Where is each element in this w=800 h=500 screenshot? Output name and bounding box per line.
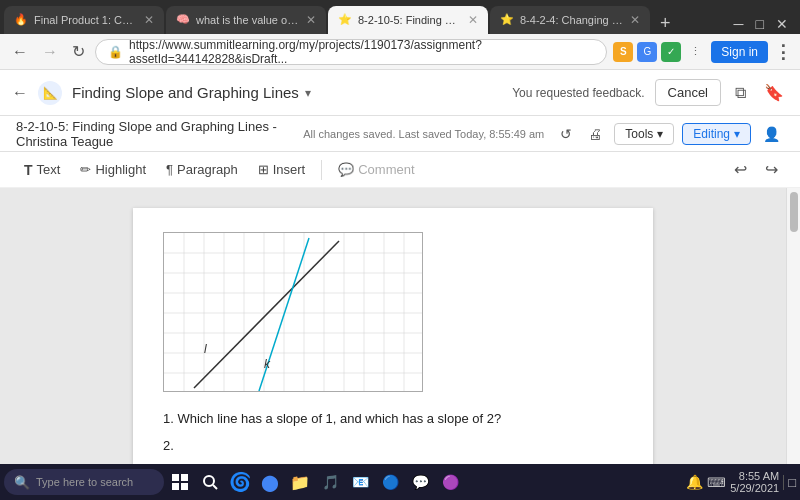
toolbar-separator <box>321 160 322 180</box>
undo-button[interactable]: ↩ <box>728 158 753 181</box>
taskbar-show-desktop[interactable]: □ <box>783 475 796 490</box>
tab-1[interactable]: 🔥 Final Product 1: Competing Vie... ✕ <box>4 6 164 34</box>
text-tool-label: Text <box>37 162 61 177</box>
taskbar-app-5[interactable]: 🟣 <box>436 468 464 496</box>
taskbar-right: 🔔 ⌨ 8:55 AM 5/29/2021 □ <box>686 470 796 494</box>
new-tab-button[interactable]: + <box>652 13 679 34</box>
back-nav-button[interactable]: ← <box>8 41 32 63</box>
comment-tool-icon: 💬 <box>338 162 354 177</box>
close-window-button[interactable]: ✕ <box>772 14 792 34</box>
editing-arrow-icon: ▾ <box>734 127 740 141</box>
editing-label: Editing <box>693 127 730 141</box>
tab-2-favicon: 🧠 <box>176 13 190 27</box>
sidebar-right <box>786 188 800 500</box>
taskbar-app-1[interactable]: 🎵 <box>316 468 344 496</box>
scroll-indicator[interactable] <box>790 192 798 232</box>
cancel-button[interactable]: Cancel <box>655 79 721 106</box>
tab-2-close[interactable]: ✕ <box>306 13 316 27</box>
highlight-tool-label: Highlight <box>95 162 146 177</box>
tab-1-title: Final Product 1: Competing Vie... <box>34 14 138 26</box>
highlight-tool[interactable]: ✏ Highlight <box>72 158 154 181</box>
taskbar-chrome-icon[interactable]: ⬤ <box>256 468 284 496</box>
taskbar-cortana-button[interactable]: 🌀 <box>226 468 254 496</box>
tab-4-favicon: ⭐ <box>500 13 514 27</box>
tab-3-favicon: ⭐ <box>338 13 352 27</box>
comment-tool-label: Comment <box>358 162 414 177</box>
save-status: All changes saved. Last saved Today, 8:5… <box>303 128 544 140</box>
svg-rect-26 <box>181 483 188 490</box>
print-button[interactable]: 🖨 <box>584 122 606 146</box>
tab-1-favicon: 🔥 <box>14 13 28 27</box>
graph-container: l k <box>163 232 623 395</box>
user-profile-button[interactable]: 👤 <box>759 122 784 146</box>
summit-logo-icon: 📐 <box>43 86 58 100</box>
taskbar-app-2[interactable]: 📧 <box>346 468 374 496</box>
question-1: 1. Which line has a slope of 1, and whic… <box>163 407 623 430</box>
tab-3[interactable]: ⭐ 8-2-10-5: Finding Slope and Gra... ✕ <box>328 6 488 34</box>
minimize-button[interactable]: ─ <box>730 14 748 34</box>
doc-title-area: Finding Slope and Graphing Lines ▾ <box>72 84 311 101</box>
insert-tool[interactable]: ⊞ Insert <box>250 158 314 181</box>
ext-icon-4[interactable]: ⋮ <box>685 42 705 62</box>
bookmark-button[interactable]: 🔖 <box>760 79 788 106</box>
url-text: https://www.summitlearning.org/my/projec… <box>129 38 594 66</box>
insert-tool-label: Insert <box>273 162 306 177</box>
app-header: ← 📐 Finding Slope and Graphing Lines ▾ Y… <box>0 70 800 116</box>
svg-rect-24 <box>181 474 188 481</box>
editing-button[interactable]: Editing ▾ <box>682 123 751 145</box>
tab-bar: 🔥 Final Product 1: Competing Vie... ✕ 🧠 … <box>0 0 800 34</box>
question-1-num: 1. <box>163 411 174 426</box>
app-doc-title: Finding Slope and Graphing Lines <box>72 84 299 101</box>
tab-2-title: what is the value of a/b - Brain... <box>196 14 300 26</box>
taskbar-explorer-icon[interactable]: 📁 <box>286 468 314 496</box>
tools-button[interactable]: Tools ▾ <box>614 123 674 145</box>
redo-button[interactable]: ↪ <box>759 158 784 181</box>
app-logo: 📐 <box>38 81 62 105</box>
page: l k 1. Which line has a slope of 1, and … <box>133 208 653 500</box>
paragraph-tool-icon: ¶ <box>166 162 173 177</box>
comment-tool[interactable]: 💬 Comment <box>330 158 422 181</box>
taskbar-search-button[interactable] <box>196 468 224 496</box>
doc-title-dropdown-icon[interactable]: ▾ <box>305 86 311 100</box>
forward-nav-button[interactable]: → <box>38 41 62 63</box>
external-link-button[interactable]: ⧉ <box>731 80 750 106</box>
app-back-button[interactable]: ← <box>12 84 28 102</box>
maximize-button[interactable]: □ <box>752 14 768 34</box>
taskbar-windows-icon[interactable] <box>166 468 194 496</box>
svg-text:l: l <box>204 342 207 356</box>
taskbar-search-box[interactable]: 🔍 Type here to search <box>4 469 164 495</box>
taskbar-app-3[interactable]: 🔵 <box>376 468 404 496</box>
reload-button[interactable]: ↻ <box>68 40 89 63</box>
taskbar-app-4[interactable]: 💬 <box>406 468 434 496</box>
tab-1-close[interactable]: ✕ <box>144 13 154 27</box>
tab-4-title: 8-4-2-4: Changing Blocks - Chr... <box>520 14 624 26</box>
content-area: l k 1. Which line has a slope of 1, and … <box>0 188 800 500</box>
taskbar-notification-icon[interactable]: 🔔 <box>686 474 703 490</box>
tab-2[interactable]: 🧠 what is the value of a/b - Brain... ✕ <box>166 6 326 34</box>
paragraph-tool[interactable]: ¶ Paragraph <box>158 158 246 181</box>
ext-icon-3[interactable]: ✓ <box>661 42 681 62</box>
browser-more-button[interactable]: ⋮ <box>774 41 792 63</box>
ext-icon-1[interactable]: S <box>613 42 633 62</box>
url-box[interactable]: 🔒 https://www.summitlearning.org/my/proj… <box>95 39 607 65</box>
svg-line-28 <box>213 485 217 489</box>
question-2: 2. <box>163 434 623 457</box>
insert-tool-icon: ⊞ <box>258 162 269 177</box>
taskbar-time-display: 8:55 AM <box>730 470 779 482</box>
sign-in-button[interactable]: Sign in <box>711 41 768 63</box>
tab-4[interactable]: ⭐ 8-4-2-4: Changing Blocks - Chr... ✕ <box>490 6 650 34</box>
tab-3-title: 8-2-10-5: Finding Slope and Gra... <box>358 14 462 26</box>
taskbar-search-icon: 🔍 <box>14 475 30 490</box>
lock-icon: 🔒 <box>108 45 123 59</box>
history-button[interactable]: ↺ <box>556 122 576 146</box>
svg-text:k: k <box>264 357 271 371</box>
doc-full-title: 8-2-10-5: Finding Slope and Graphing Lin… <box>16 119 291 149</box>
text-tool[interactable]: T Text <box>16 158 68 182</box>
ext-icon-2[interactable]: G <box>637 42 657 62</box>
page-area[interactable]: l k 1. Which line has a slope of 1, and … <box>0 188 786 500</box>
question-1-text: Which line has a slope of 1, and which h… <box>177 411 501 426</box>
doc-actions: ↺ 🖨 Tools ▾ Editing ▾ 👤 <box>556 122 784 146</box>
tab-4-close[interactable]: ✕ <box>630 13 640 27</box>
tab-3-close[interactable]: ✕ <box>468 13 478 27</box>
taskbar-keyboard-icon[interactable]: ⌨ <box>707 475 726 490</box>
